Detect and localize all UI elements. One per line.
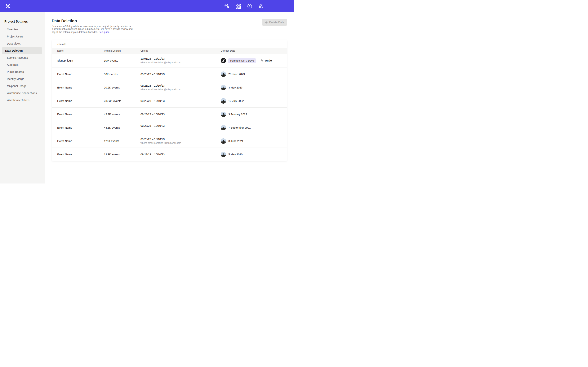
row-criteria: 09/23/23 – 10/10/23: [140, 122, 221, 133]
row-criteria-date-range: 09/23/23 – 10/10/23: [140, 73, 219, 76]
mixpanel-logo-icon[interactable]: [5, 3, 11, 9]
row-criteria-filter: where email contains @mixpanel.com: [140, 142, 219, 144]
row-volume-deleted: 48.3K events: [104, 126, 140, 129]
row-criteria-date-range: 09/23/23 – 10/10/23: [140, 138, 219, 141]
row-deletion-date-cell: 3 June 2021: [221, 138, 287, 144]
row-criteria: 10/01/23 – 12/01/23 where email contains…: [140, 55, 221, 66]
row-deletion-date-cell: 12 July 2022: [221, 98, 287, 104]
row-event-name: Event Name: [57, 140, 104, 142]
row-volume-deleted: 12.9K events: [104, 153, 140, 156]
row-criteria: 09/23/23 – 10/10/23: [140, 110, 221, 118]
page-description: Delete up to 90 days data for any event …: [52, 25, 138, 34]
row-criteria: 09/23/23 – 10/10/23: [140, 151, 221, 158]
row-event-name: Event Name: [57, 126, 104, 129]
table-row: Event Name 20.2K events 09/23/23 – 10/10…: [52, 81, 287, 94]
page-title: Data Deletion: [52, 18, 77, 23]
row-deletion-date-cell: 3 January 2022: [221, 112, 287, 117]
deletion-date-text: 3 January 2022: [228, 113, 247, 116]
user-avatar: [221, 112, 226, 117]
row-event-name: Event Name: [57, 100, 104, 102]
column-header-deletion-date: Deletion Date: [221, 50, 287, 52]
user-avatar: [221, 58, 226, 63]
photo-avatar-image: [221, 98, 226, 104]
table-row: Event Name 12.9K events 09/23/23 – 10/10…: [52, 148, 287, 161]
deletion-date-text: 12 July 2022: [228, 100, 244, 102]
row-volume-deleted: 49.9K events: [104, 113, 140, 116]
deletion-date-text: 7 September 2021: [228, 126, 251, 129]
user-avatar: [221, 72, 226, 77]
row-volume-deleted: 20.2K events: [104, 86, 140, 89]
sidebar-item-identity-merge[interactable]: Identity Merge: [2, 75, 42, 83]
sidebar-item-service-accounts[interactable]: Service Accounts: [2, 54, 42, 61]
row-event-name: Event Name: [57, 73, 104, 76]
table-row: Event Name 123K events 09/23/23 – 10/10/…: [52, 134, 287, 148]
row-criteria-date-range: 09/23/23 – 10/10/23: [140, 113, 219, 116]
row-criteria-date-range: 09/23/23 – 10/10/23: [140, 124, 219, 127]
sidebar-item-project-users[interactable]: Project Users: [2, 33, 42, 40]
delete-data-button-label: Delete Data: [269, 21, 284, 24]
row-deletion-date-cell: 3 May 2023: [221, 85, 287, 90]
sidebar-item-overview[interactable]: Overview: [2, 26, 42, 33]
row-criteria-date-range: 09/23/23 – 10/10/23: [140, 153, 219, 156]
deletions-table-card: 5 Results Name Volume Deleted Criteria D…: [52, 40, 287, 161]
page-description-text: Delete up to 90 days data for any event …: [52, 25, 133, 33]
row-event-name: Event Name: [57, 153, 104, 156]
sidebar: Project Settings Overview Project Users …: [0, 12, 45, 184]
sidebar-items: Overview Project Users Data Views Data D…: [0, 26, 45, 104]
illustrated-avatar-image: [221, 58, 226, 63]
table-header-row: Name Volume Deleted Criteria Deletion Da…: [52, 48, 287, 54]
data-settings-icon[interactable]: [224, 4, 229, 9]
settings-gear-icon[interactable]: [259, 4, 264, 9]
results-count: 5 Results: [52, 40, 287, 48]
row-deletion-date-cell: 5 May 2020: [221, 152, 287, 157]
table-row: Event Name 49.9K events 09/23/23 – 10/10…: [52, 108, 287, 121]
deletion-date-text: 3 June 2021: [228, 140, 243, 142]
sidebar-item-public-boards[interactable]: Public Boards: [2, 68, 42, 75]
row-volume-deleted: 30K events: [104, 73, 140, 76]
row-event-name: Event Name: [57, 113, 104, 116]
undo-button[interactable]: Undo: [260, 59, 272, 62]
sidebar-item-mixpanel-usage[interactable]: Mixpanel Usage: [2, 83, 42, 90]
photo-avatar-image: [221, 152, 226, 157]
deletion-date-text: 3 May 2023: [228, 86, 242, 89]
photo-avatar-image: [221, 138, 226, 144]
user-avatar: [221, 98, 226, 104]
sidebar-item-data-views[interactable]: Data Views: [2, 40, 42, 47]
help-icon[interactable]: ?: [247, 4, 252, 9]
column-header-volume-deleted: Volume Deleted: [104, 50, 140, 52]
row-criteria: 09/23/23 – 10/10/23 where email contains…: [140, 82, 221, 93]
main-content: Data Deletion Delete up to 90 days data …: [45, 12, 294, 184]
apps-grid-icon[interactable]: [236, 4, 241, 9]
row-deletion-date-cell: 20 June 2023: [221, 72, 287, 77]
row-deletion-date-cell: 7 September 2021: [221, 125, 287, 130]
deletion-date-text: 20 June 2023: [228, 73, 245, 76]
topbar: ?: [0, 0, 294, 12]
svg-text:?: ?: [249, 5, 250, 8]
permanent-status-badge: Permanent in 7 Days: [228, 58, 256, 63]
sidebar-title: Project Settings: [4, 19, 45, 24]
row-criteria-filter: where email contains @mixpanel.com: [140, 61, 219, 64]
row-criteria-date-range: 09/23/23 – 10/10/23: [140, 100, 219, 102]
user-avatar: [221, 85, 226, 90]
see-guide-link[interactable]: See guide: [99, 31, 109, 33]
row-volume-deleted: 10M events: [104, 59, 140, 62]
row-volume-deleted: 239.3K events: [104, 100, 140, 102]
table-row: Event Name 48.3K events 09/23/23 – 10/10…: [52, 121, 287, 134]
sidebar-item-warehouse-connections[interactable]: Warehouse Connections: [2, 90, 42, 97]
row-event-name: Signup_login: [57, 59, 104, 62]
sidebar-item-warehouse-tables[interactable]: Warehouse Tables: [2, 97, 42, 104]
sidebar-item-autotrack[interactable]: Autotrack: [2, 61, 42, 68]
row-event-name: Event Name: [57, 86, 104, 89]
user-avatar: [221, 138, 226, 144]
row-criteria: 09/23/23 – 10/10/23: [140, 97, 221, 105]
row-criteria-date-range: 10/01/23 – 12/01/23: [140, 57, 219, 60]
photo-avatar-image: [221, 125, 226, 130]
delete-data-button[interactable]: Delete Data: [262, 19, 287, 26]
photo-avatar-image: [221, 112, 226, 117]
column-header-name: Name: [57, 50, 104, 52]
row-criteria-filter: where email contains @mixpanel.com: [140, 88, 219, 91]
table-row: Event Name 30K events 09/23/23 – 10/10/2…: [52, 67, 287, 81]
row-deletion-date-cell: Permanent in 7 Days Undo: [221, 58, 287, 63]
photo-avatar-image: [221, 72, 226, 77]
sidebar-item-data-deletion[interactable]: Data Deletion: [2, 47, 42, 54]
